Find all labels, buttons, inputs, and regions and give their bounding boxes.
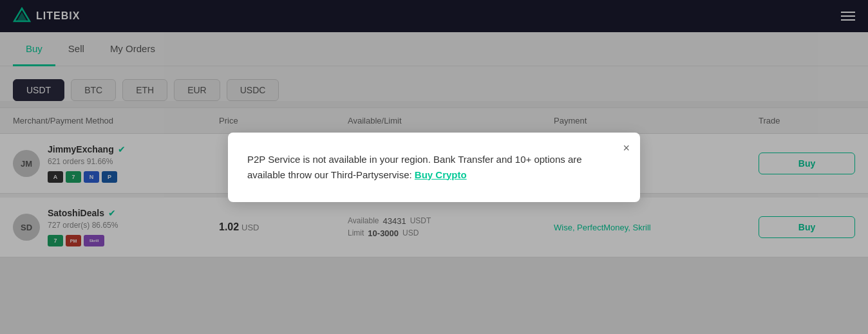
modal-close-button[interactable]: ×: [623, 142, 630, 155]
modal-overlay: × P2P Service is not available in your r…: [0, 0, 868, 334]
modal: × P2P Service is not available in your r…: [228, 133, 640, 202]
modal-message: P2P Service is not available in your reg…: [247, 152, 621, 183]
modal-buy-crypto-link[interactable]: Buy Crypto: [415, 169, 467, 180]
